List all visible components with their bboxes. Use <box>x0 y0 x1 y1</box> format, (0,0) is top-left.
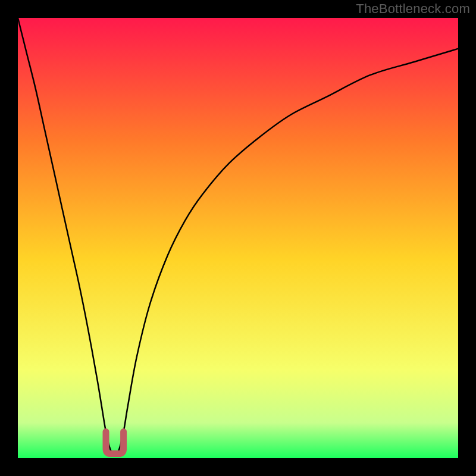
watermark-text: TheBottleneck.com <box>356 1 470 17</box>
chart-frame: TheBottleneck.com <box>0 0 476 476</box>
chart-svg <box>18 18 458 458</box>
gradient-background <box>18 18 458 458</box>
plot-area <box>18 18 458 458</box>
